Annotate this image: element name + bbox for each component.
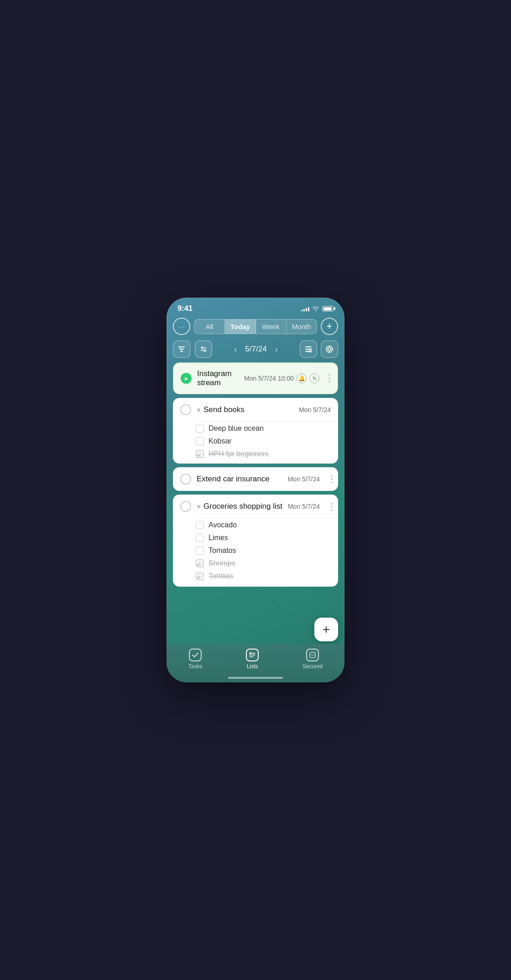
tab-tasks[interactable]: Tasks [188, 649, 203, 670]
task-item-car-insurance: Extend car insurance Mon 5/7/24 [173, 467, 338, 491]
right-toolbar-buttons [300, 340, 338, 358]
task-check-instagram[interactable] [181, 373, 192, 384]
chevron-down-icon-groceries: ∨ [197, 503, 201, 510]
task-check-send-books[interactable] [180, 404, 191, 415]
next-date-button[interactable]: › [273, 343, 280, 356]
svg-rect-7 [305, 346, 312, 347]
share-view-button[interactable] [321, 340, 338, 358]
subtask-text-shrimps: Shrimps [209, 559, 235, 567]
top-toolbar: ··· All Today Week Month + [167, 316, 344, 339]
svg-point-18 [311, 655, 312, 655]
wifi-icon [312, 305, 319, 312]
battery-icon [322, 306, 334, 311]
tab-secured[interactable]: Secured [302, 649, 323, 670]
subtask-check-hph[interactable] [196, 450, 204, 458]
subtask-tomatos: Tomatos [173, 544, 338, 557]
svg-point-20 [313, 655, 314, 655]
subtask-check-tortilias[interactable] [196, 572, 204, 580]
task-title-instagram: Instagram stream [197, 369, 240, 387]
subtask-check-shrimps[interactable] [196, 559, 204, 567]
floating-add-button[interactable]: + [314, 618, 338, 641]
filter-button[interactable] [173, 340, 190, 358]
repeat-icon: ↻ [309, 373, 319, 383]
subtask-check-tomatos[interactable] [196, 547, 204, 555]
task-date-groceries: Mon 5/7/24 [288, 503, 320, 510]
more-button-groceries[interactable] [331, 503, 333, 511]
subtask-text-avocado: Avocado [209, 521, 237, 529]
list-view-button[interactable] [300, 340, 317, 358]
svg-point-19 [312, 655, 313, 655]
task-date-send-books: Mon 5/7/24 [299, 406, 331, 413]
task-list: Instagram stream Mon 5/7/24 10:00 🔔 ↻ [167, 362, 344, 587]
subtask-kobsar: Kobsar [173, 435, 338, 448]
task-title-groceries: ∨ Groceries shopping list [197, 502, 282, 511]
more-button-car-insurance[interactable] [331, 475, 333, 483]
tabs-bar: All Today Week Month [194, 319, 317, 334]
subtask-text-tortilias: Tortilias [209, 572, 233, 580]
svg-rect-2 [180, 351, 183, 352]
subtask-check-limes[interactable] [196, 534, 204, 542]
task-check-groceries[interactable] [180, 501, 191, 512]
lists-icon [246, 649, 259, 661]
task-item-instagram: Instagram stream Mon 5/7/24 10:00 🔔 ↻ [173, 362, 338, 394]
tasks-tab-label: Tasks [188, 663, 203, 670]
more-button-instagram[interactable] [328, 374, 330, 382]
subtask-text-deep-blue: Deep blue ocean [209, 424, 264, 433]
status-bar: 9:41 [167, 298, 344, 316]
svg-point-4 [204, 350, 206, 351]
subtask-shrimps: Shrimps [173, 557, 338, 570]
lists-tab-label: Lists [247, 663, 258, 670]
second-toolbar: ‹ 5/7/24 › [167, 339, 344, 362]
subtask-text-hph: HPH fpr beginners [209, 450, 269, 458]
subtask-check-kobsar[interactable] [196, 437, 204, 445]
status-icons [301, 305, 334, 312]
status-time: 9:41 [177, 304, 193, 313]
bell-icon: 🔔 [297, 373, 307, 383]
tab-lists[interactable]: Lists [246, 649, 259, 670]
task-item-send-books: ∨ Send books Mon 5/7/24 Deep blue ocean … [173, 398, 338, 464]
tab-month[interactable]: Month [287, 320, 317, 334]
svg-point-12 [328, 348, 331, 351]
prev-date-button[interactable]: ‹ [232, 343, 239, 356]
subtask-limes: Limes [173, 531, 338, 544]
svg-rect-1 [179, 349, 184, 350]
subtask-check-deep-blue[interactable] [196, 424, 204, 433]
home-indicator [228, 677, 283, 679]
subtask-avocado: Avocado [173, 519, 338, 531]
date-navigation: ‹ 5/7/24 › [217, 343, 295, 356]
sort-button[interactable] [195, 340, 212, 358]
svg-point-3 [201, 347, 203, 349]
task-date-car-insurance: Mon 5/7/24 [288, 475, 320, 483]
task-title-send-books: ∨ Send books [197, 405, 245, 414]
menu-button[interactable]: ··· [173, 318, 190, 335]
current-date: 5/7/24 [245, 345, 266, 354]
secured-icon [306, 649, 319, 661]
phone-frame: 9:41 ··· [167, 298, 344, 682]
add-task-button[interactable]: + [321, 318, 338, 335]
tab-today[interactable]: Today [225, 320, 256, 334]
task-title-car-insurance: Extend car insurance [197, 475, 270, 484]
subtask-check-avocado[interactable] [196, 521, 204, 529]
subtask-text-limes: Limes [209, 534, 228, 542]
subtask-text-tomatos: Tomatos [209, 547, 236, 555]
task-date-instagram: Mon 5/7/24 10:00 [244, 375, 294, 382]
task-item-groceries: ∨ Groceries shopping list Mon 5/7/24 Avo… [173, 495, 338, 587]
chevron-down-icon: ∨ [197, 407, 201, 413]
signal-icon [301, 306, 309, 311]
subtask-hph: HPH fpr beginners [173, 448, 338, 464]
secured-tab-label: Secured [302, 663, 323, 670]
task-check-car-insurance[interactable] [180, 474, 191, 485]
subtask-tortilias: Tortilias [173, 570, 338, 587]
subtask-text-kobsar: Kobsar [209, 437, 232, 445]
tab-week[interactable]: Week [256, 320, 287, 334]
tab-all[interactable]: All [194, 320, 225, 334]
subtask-deep-blue: Deep blue ocean [173, 422, 338, 435]
tasks-icon [189, 649, 202, 661]
